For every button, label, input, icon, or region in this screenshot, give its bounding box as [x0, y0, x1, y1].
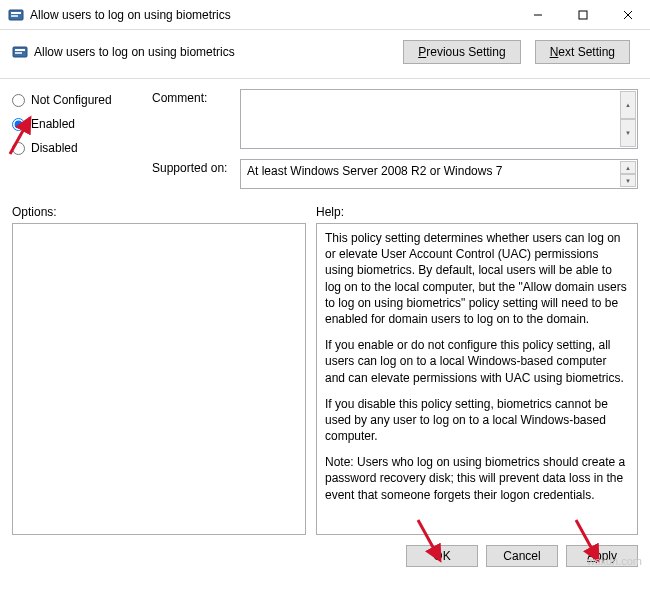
radio-disabled-input[interactable]	[12, 142, 25, 155]
supported-on-label: Supported on:	[152, 159, 232, 175]
lower-panels: This policy setting determines whether u…	[0, 223, 650, 535]
comment-spinner[interactable]: ▲▼	[620, 91, 636, 147]
radio-not-configured-input[interactable]	[12, 94, 25, 107]
supported-on-box: At least Windows Server 2008 R2 or Windo…	[240, 159, 638, 189]
watermark: wsxdn.com	[587, 555, 642, 567]
radio-not-configured-label: Not Configured	[31, 93, 112, 107]
chevron-up-icon[interactable]: ▲	[620, 161, 636, 174]
comment-input[interactable]: ▲▼	[240, 89, 638, 149]
supported-on-value: At least Windows Server 2008 R2 or Windo…	[247, 164, 502, 178]
next-setting-button[interactable]: Next Setting	[535, 40, 630, 64]
radio-enabled[interactable]: Enabled	[12, 117, 136, 131]
header-title: Allow users to log on using biometrics	[34, 45, 397, 59]
supported-spinner[interactable]: ▲▼	[620, 161, 636, 187]
radio-enabled-input[interactable]	[12, 118, 25, 131]
radio-disabled[interactable]: Disabled	[12, 141, 136, 155]
maximize-button[interactable]	[560, 0, 605, 30]
svg-rect-2	[11, 15, 18, 17]
radio-enabled-label: Enabled	[31, 117, 75, 131]
chevron-down-icon[interactable]: ▼	[620, 174, 636, 187]
options-label: Options:	[12, 205, 316, 219]
chevron-down-icon[interactable]: ▼	[620, 119, 636, 147]
radio-disabled-label: Disabled	[31, 141, 78, 155]
header: Allow users to log on using biometrics P…	[0, 30, 650, 79]
cancel-button[interactable]: Cancel	[486, 545, 558, 567]
options-box[interactable]	[12, 223, 306, 535]
svg-rect-1	[11, 12, 21, 14]
fields: Comment: ▲▼ Supported on: At least Windo…	[152, 89, 638, 199]
svg-rect-4	[579, 11, 587, 19]
ok-button[interactable]: OK	[406, 545, 478, 567]
comment-label: Comment:	[152, 89, 232, 105]
minimize-button[interactable]	[515, 0, 560, 30]
help-paragraph: This policy setting determines whether u…	[325, 230, 629, 327]
policy-icon	[12, 44, 28, 60]
radio-not-configured[interactable]: Not Configured	[12, 93, 136, 107]
title-bar: Allow users to log on using biometrics	[0, 0, 650, 30]
state-radio-group: Not Configured Enabled Disabled	[12, 89, 136, 199]
help-paragraph: If you enable or do not configure this p…	[325, 337, 629, 386]
help-box[interactable]: This policy setting determines whether u…	[316, 223, 638, 535]
policy-state-row: Not Configured Enabled Disabled Comment:…	[0, 79, 650, 199]
close-button[interactable]	[605, 0, 650, 30]
svg-rect-8	[15, 49, 25, 51]
svg-rect-9	[15, 52, 22, 54]
window-title: Allow users to log on using biometrics	[30, 8, 515, 22]
lower-labels: Options: Help:	[0, 199, 650, 223]
help-paragraph: If you disable this policy setting, biom…	[325, 396, 629, 445]
policy-icon	[8, 7, 24, 23]
previous-setting-button[interactable]: Previous Setting	[403, 40, 520, 64]
chevron-up-icon[interactable]: ▲	[620, 91, 636, 119]
help-label: Help:	[316, 205, 344, 219]
footer: OK Cancel Apply	[0, 535, 650, 577]
help-paragraph: Note: Users who log on using biometrics …	[325, 454, 629, 503]
